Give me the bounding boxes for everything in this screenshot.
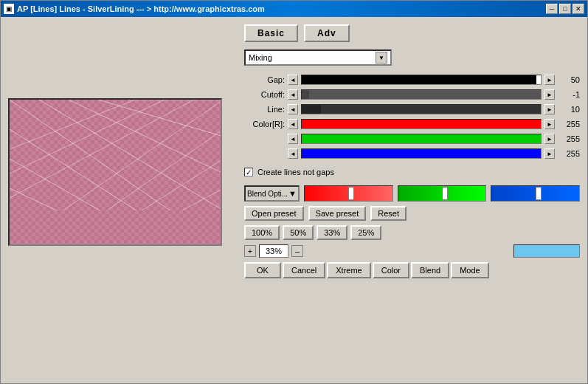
blend-section: Blend Opti... ▼ [244,185,580,202]
zoom-minus-button[interactable]: – [291,245,303,257]
blend-dropdown[interactable]: Blend Opti... ▼ [244,185,300,202]
canvas-background [10,100,221,244]
close-button[interactable]: ✕ [573,4,584,14]
mode-indicator [513,244,580,258]
title-bar-left: ▣ AP [Lines] Lines - SilverLining --- > … [4,4,265,14]
line-left-btn[interactable]: ◄ [288,104,298,114]
svg-line-5 [10,129,194,210]
color-g-right-btn[interactable]: ► [544,134,555,144]
blend-green-slider[interactable] [398,185,487,202]
title-bar-controls: ─ □ ✕ [546,4,584,14]
color-r-track[interactable] [301,119,542,129]
gap-left-btn[interactable]: ◄ [288,75,298,85]
mode-button[interactable]: Mode [451,262,489,278]
cutoff-track[interactable] [301,89,542,100]
color-g-slider-row: ◄ ► 255 [244,132,580,145]
zoom-25-button[interactable]: 25% [350,225,381,240]
create-lines-checkbox[interactable]: ✓ [244,168,253,176]
color-r-left-btn[interactable]: ◄ [288,119,298,129]
color-b-left-btn[interactable]: ◄ [288,148,298,159]
zoom-33-button[interactable]: 33% [317,225,347,240]
blend-green-thumb [442,187,448,200]
color-button[interactable]: Color [373,262,409,278]
blend-button[interactable]: Blend [411,262,449,278]
blend-blue-thumb [536,187,542,200]
create-lines-label: Create lines not gaps [257,168,334,176]
gap-label: Gap: [244,75,285,84]
gap-track[interactable] [301,75,542,85]
color-b-value: 255 [558,149,580,158]
zoom-value-display: 33% [259,244,288,258]
basic-button[interactable]: Basic [244,24,298,42]
right-panel: Basic Adv Mixing ▼ Gap: ◄ ► [244,24,580,376]
top-buttons: Basic Adv [244,24,580,42]
cutoff-slider-row: Cutoff: ◄ ► -1 [244,88,580,101]
cutoff-label: Cutoff: [244,90,285,99]
gap-slider-row: Gap: ◄ ► 50 [244,73,580,86]
preview-image [8,98,222,246]
svg-line-15 [83,159,222,210]
line-overlay [10,100,222,210]
svg-line-10 [10,100,222,210]
svg-line-12 [10,100,165,174]
blend-dropdown-arrow: ▼ [288,189,297,198]
maximize-button[interactable]: □ [559,4,571,14]
cancel-button[interactable]: Cancel [283,262,325,278]
blend-red-slider[interactable] [304,185,393,202]
zoom-50-button[interactable]: 50% [283,225,314,240]
dropdown-arrow-icon: ▼ [376,52,387,64]
color-g-left-btn[interactable]: ◄ [288,134,298,144]
title-bar: ▣ AP [Lines] Lines - SilverLining --- > … [1,1,587,17]
preset-row: Open preset Save preset Reset [244,206,580,221]
blend-blue-slider[interactable] [491,185,580,202]
main-window: ▣ AP [Lines] Lines - SilverLining --- > … [0,0,588,384]
svg-line-16 [113,188,222,210]
svg-line-13 [10,100,135,149]
window-icon: ▣ [4,4,14,14]
gap-right-btn[interactable]: ► [544,75,555,85]
cutoff-value: -1 [558,90,580,99]
dropdown-row: Mixing ▼ [244,49,580,66]
color-r-slider-row: Color[R]: ◄ ► 255 [244,117,580,131]
open-preset-button[interactable]: Open preset [244,206,304,221]
save-preset-button[interactable]: Save preset [308,206,367,221]
line-slider-row: Line: ◄ ► 10 [244,103,580,116]
svg-line-6 [10,159,165,210]
blend-red-thumb [348,187,354,200]
checkbox-row: ✓ Create lines not gaps [244,168,580,176]
svg-line-11 [10,100,194,198]
color-b-right-btn[interactable]: ► [544,148,555,159]
minimize-button[interactable]: ─ [546,4,558,14]
zoom-row: + 33% – [244,244,580,258]
bottom-row: OK Cancel Xtreme Color Blend Mode [244,262,580,278]
zoom-100-button[interactable]: 100% [244,225,280,240]
line-label: Line: [244,105,285,114]
svg-line-3 [98,100,222,137]
xtreme-button[interactable]: Xtreme [327,262,370,278]
zoom-plus-button[interactable]: + [244,245,256,257]
color-g-value: 255 [558,134,580,143]
window-title: AP [Lines] Lines - SilverLining --- > ht… [17,4,265,13]
left-panel [8,24,237,376]
gap-value: 50 [558,75,580,84]
color-g-track[interactable] [301,134,542,144]
content-area: Basic Adv Mixing ▼ Gap: ◄ ► [1,17,587,383]
ok-button[interactable]: OK [244,262,281,278]
adv-button[interactable]: Adv [304,24,350,42]
color-r-right-btn[interactable]: ► [544,119,555,129]
line-value: 10 [558,105,580,114]
cutoff-left-btn[interactable]: ◄ [288,89,298,100]
color-r-value: 255 [558,120,580,128]
line-right-btn[interactable]: ► [544,104,555,114]
color-r-label: Color[R]: [244,120,285,128]
slider-section: Gap: ◄ ► 50 Cutoff: ◄ ► -1 [244,73,580,160]
dropdown-selected-value: Mixing [249,53,272,62]
cutoff-right-btn[interactable]: ► [544,89,555,100]
mixing-dropdown[interactable]: Mixing ▼ [244,49,392,66]
line-track[interactable] [301,104,542,114]
svg-line-0 [10,100,222,210]
percent-row: 100% 50% 33% 25% [244,225,580,240]
svg-line-7 [10,188,135,210]
color-b-track[interactable] [301,148,542,159]
reset-button[interactable]: Reset [370,206,407,221]
